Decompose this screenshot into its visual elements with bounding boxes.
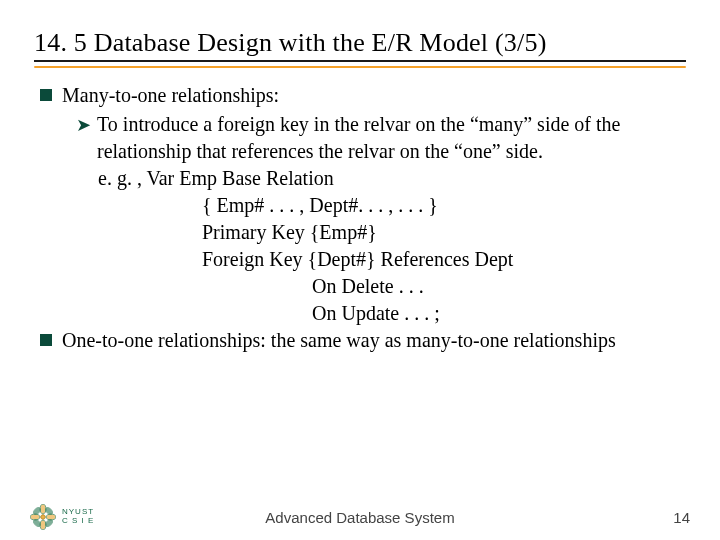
- logo-text: NYUST C S I E: [62, 508, 94, 526]
- page-number: 14: [673, 509, 690, 526]
- square-bullet-icon: [40, 334, 52, 346]
- bullet-item: Many-to-one relationships:: [34, 82, 686, 109]
- slide-content: Many-to-one relationships: ➤ To introduc…: [34, 82, 686, 354]
- logo: NYUST C S I E: [30, 504, 94, 530]
- code-line: Primary Key {Emp#}: [202, 219, 686, 246]
- code-line: Foreign Key {Dept#} References Dept: [202, 246, 686, 273]
- code-line: On Update . . . ;: [312, 300, 686, 327]
- svg-point-0: [41, 515, 45, 519]
- sub-bullet-item: ➤ To introduce a foreign key in the relv…: [76, 111, 686, 165]
- accent-line: [34, 66, 686, 68]
- bullet-item: One-to-one relationships: the same way a…: [34, 327, 686, 354]
- slide-footer: NYUST C S I E Advanced Database System 1…: [0, 504, 720, 530]
- code-line: { Emp# . . . , Dept#. . . , . . . }: [202, 192, 686, 219]
- footer-title: Advanced Database System: [265, 509, 454, 526]
- code-line: On Delete . . .: [312, 273, 686, 300]
- bullet-text: One-to-one relationships: the same way a…: [62, 327, 686, 354]
- logo-text-bottom: C S I E: [62, 517, 94, 526]
- bullet-text: Many-to-one relationships:: [62, 82, 686, 109]
- title-underline: [34, 60, 686, 62]
- slide-title: 14. 5 Database Design with the E/R Model…: [34, 28, 686, 58]
- example-line: e. g. , Var Emp Base Relation: [98, 165, 686, 192]
- arrow-icon: ➤: [76, 113, 91, 137]
- square-bullet-icon: [40, 89, 52, 101]
- flower-icon: [30, 504, 56, 530]
- sub-bullet-text: To introduce a foreign key in the relvar…: [97, 111, 686, 165]
